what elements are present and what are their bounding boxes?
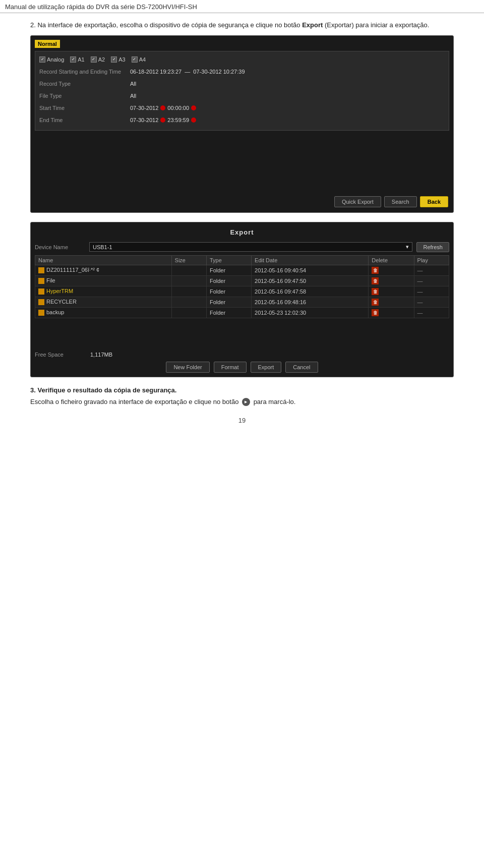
start-time-clock: 00:00:00 xyxy=(167,105,189,111)
refresh-button[interactable]: Refresh xyxy=(416,242,449,252)
search-panel-buttons: Quick Export Search Back xyxy=(35,194,449,208)
row5-name: backup xyxy=(35,307,172,318)
analog-checkbox[interactable]: ✓ xyxy=(39,56,45,63)
device-value: USB1-1 xyxy=(93,244,112,250)
delete-icon[interactable]: 🗑 xyxy=(372,288,379,295)
search-panel: Normal ✓ Analog ✓ A1 ✓ A2 ✓ A3 xyxy=(30,35,454,213)
search-button[interactable]: Search xyxy=(384,196,417,207)
start-time-dot xyxy=(160,105,165,110)
format-button[interactable]: Format xyxy=(214,362,247,373)
page-header: Manual de utilização rápida do DVR da sé… xyxy=(0,0,484,13)
record-time-value: 06-18-2012 19:23:27 — 07-30-2012 10:27:3… xyxy=(130,69,245,75)
footer-suffix: para marcá-lo. xyxy=(254,398,296,406)
page-title: Manual de utilização rápida do DVR da sé… xyxy=(5,3,197,11)
delete-icon[interactable]: 🗑 xyxy=(372,309,379,316)
delete-icon[interactable]: 🗑 xyxy=(372,299,379,306)
row3-size xyxy=(171,286,206,297)
row5-delete[interactable]: 🗑 xyxy=(369,307,414,318)
col-delete: Delete xyxy=(369,255,414,265)
back-button[interactable]: Back xyxy=(420,196,448,207)
row2-play: — xyxy=(414,275,449,286)
play-icon xyxy=(242,398,250,406)
end-time-row: End Time 07-30-2012 23:59:59 xyxy=(39,115,445,125)
a2-checkbox-item[interactable]: ✓ A2 xyxy=(91,56,105,63)
new-folder-button[interactable]: New Folder xyxy=(166,362,209,373)
record-type-label: Record Type xyxy=(39,81,130,87)
row5-date: 2012-05-23 12:02:30 xyxy=(252,307,369,318)
export-panel-title: Export xyxy=(35,226,449,238)
row2-size xyxy=(171,275,206,286)
file-type-label: File Type xyxy=(39,93,130,99)
delete-icon[interactable]: 🗑 xyxy=(372,267,379,274)
col-date: Edit Date xyxy=(252,255,369,265)
row1-date: 2012-05-16 09:40:54 xyxy=(252,265,369,275)
col-type: Type xyxy=(206,255,251,265)
start-time-label: Start Time xyxy=(39,105,130,111)
row1-play: — xyxy=(414,265,449,275)
row1-size xyxy=(171,265,206,275)
table-row: DZ20111117_06î·*² ¢ Folder 2012-05-16 09… xyxy=(35,265,449,275)
record-type-row: Record Type All xyxy=(39,79,445,89)
hypertrm-name: HyperTRM xyxy=(46,288,73,294)
col-size: Size xyxy=(171,255,206,265)
search-form: ✓ Analog ✓ A1 ✓ A2 ✓ A3 ✓ A4 xyxy=(35,51,449,131)
row1-delete[interactable]: 🗑 xyxy=(369,265,414,275)
a3-checkbox-item[interactable]: ✓ A3 xyxy=(111,56,125,63)
row1-type: Folder xyxy=(206,265,251,275)
start-time-row: Start Time 07-30-2012 00:00:00 xyxy=(39,103,445,113)
export-panel: Export Device Name USB1-1 ▾ Refresh Name… xyxy=(30,222,454,377)
a4-checkbox[interactable]: ✓ xyxy=(132,56,138,63)
panel-normal-title: Normal xyxy=(35,40,60,48)
a1-checkbox[interactable]: ✓ xyxy=(70,56,76,63)
analog-checkbox-item[interactable]: ✓ Analog xyxy=(39,56,64,63)
a2-checkbox[interactable]: ✓ xyxy=(91,56,97,63)
table-row: backup Folder 2012-05-23 12:02:30 🗑 — xyxy=(35,307,449,318)
start-time-dot2 xyxy=(191,105,196,110)
step3-label: 3. Verifique o resultado da cópia de seg… xyxy=(30,386,454,394)
step2-text: 2. Na interface de exportação, escolha o… xyxy=(30,21,300,29)
start-time-date: 07-30-2012 xyxy=(130,105,158,111)
file-table: Name Size Type Edit Date Delete Play DZ2… xyxy=(35,255,449,318)
a1-checkbox-item[interactable]: ✓ A1 xyxy=(70,56,84,63)
footer-text: Escolha o ficheiro gravado na interface … xyxy=(30,398,238,406)
record-time-row: Record Starting and Ending Time 06-18-20… xyxy=(39,67,445,77)
row3-delete[interactable]: 🗑 xyxy=(369,286,414,297)
results-area xyxy=(35,131,449,191)
end-time-label: End Time xyxy=(39,117,130,123)
row2-type: Folder xyxy=(206,275,251,286)
row5-play: — xyxy=(414,307,449,318)
row5-type: Folder xyxy=(206,307,251,318)
row2-delete[interactable]: 🗑 xyxy=(369,275,414,286)
step2-paragraph: 2. Na interface de exportação, escolha o… xyxy=(30,20,454,30)
row3-type: Folder xyxy=(206,286,251,297)
file-type-value: All xyxy=(130,93,136,99)
end-time-dot xyxy=(160,118,165,123)
export-button[interactable]: Export xyxy=(251,362,282,373)
step2-paren: (Exportar) xyxy=(325,21,354,29)
a1-label: A1 xyxy=(78,56,84,63)
row2-date: 2012-05-16 09:47:50 xyxy=(252,275,369,286)
record-type-value: All xyxy=(130,81,136,87)
row4-size xyxy=(171,297,206,307)
a3-checkbox[interactable]: ✓ xyxy=(111,56,117,63)
dash: — xyxy=(417,299,423,305)
page-number: 19 xyxy=(30,417,454,424)
quick-export-button[interactable]: Quick Export xyxy=(334,196,381,207)
dash: — xyxy=(417,267,423,273)
row5-size xyxy=(171,307,206,318)
record-time-label: Record Starting and Ending Time xyxy=(39,69,130,75)
row4-delete[interactable]: 🗑 xyxy=(369,297,414,307)
delete-icon[interactable]: 🗑 xyxy=(372,277,379,284)
device-select[interactable]: USB1-1 ▾ xyxy=(89,242,412,252)
export-empty-area xyxy=(35,318,449,349)
table-row: RECYCLER Folder 2012-05-16 09:48:16 🗑 — xyxy=(35,297,449,307)
row4-name: RECYCLER xyxy=(35,297,172,307)
end-time-dot2 xyxy=(191,118,196,123)
row4-play: — xyxy=(414,297,449,307)
end-time-clock: 23:59:59 xyxy=(167,117,189,123)
dash: — xyxy=(417,278,423,284)
folder-icon xyxy=(38,278,44,284)
cancel-button[interactable]: Cancel xyxy=(285,362,318,373)
col-play: Play xyxy=(414,255,449,265)
a4-checkbox-item[interactable]: ✓ A4 xyxy=(132,56,146,63)
